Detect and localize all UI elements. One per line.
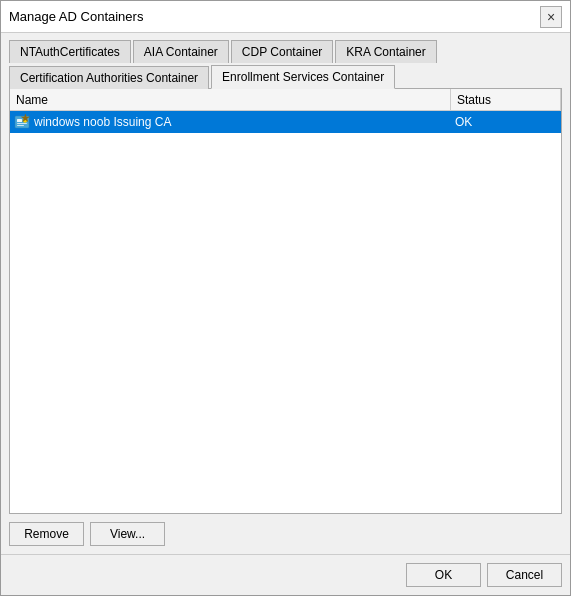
column-header-name: Name bbox=[10, 89, 451, 110]
tab-ntauth[interactable]: NTAuthCertificates bbox=[9, 40, 131, 63]
ok-button[interactable]: OK bbox=[406, 563, 481, 587]
tab-kra[interactable]: KRA Container bbox=[335, 40, 436, 63]
view-button[interactable]: View... bbox=[90, 522, 165, 546]
svg-text:★: ★ bbox=[20, 114, 31, 125]
tab-row-2: Certification Authorities Container Enro… bbox=[9, 64, 562, 88]
content-area: Name Status ★ windows noob Issuing CA bbox=[9, 88, 562, 514]
remove-button[interactable]: Remove bbox=[9, 522, 84, 546]
tab-container: NTAuthCertificates AIA Container CDP Con… bbox=[1, 33, 570, 88]
tab-cert-authorities[interactable]: Certification Authorities Container bbox=[9, 66, 209, 89]
close-button[interactable]: × bbox=[540, 6, 562, 28]
tab-enrollment[interactable]: Enrollment Services Container bbox=[211, 65, 395, 89]
list-header: Name Status bbox=[10, 89, 561, 111]
cancel-button[interactable]: Cancel bbox=[487, 563, 562, 587]
list-body: ★ windows noob Issuing CA OK bbox=[10, 111, 561, 513]
dialog-title: Manage AD Containers bbox=[9, 9, 143, 24]
table-row[interactable]: ★ windows noob Issuing CA OK bbox=[10, 111, 561, 133]
svg-rect-3 bbox=[17, 125, 24, 126]
footer: OK Cancel bbox=[1, 554, 570, 595]
tab-aia[interactable]: AIA Container bbox=[133, 40, 229, 63]
title-bar: Manage AD Containers × bbox=[1, 1, 570, 33]
action-buttons: Remove View... bbox=[1, 514, 570, 554]
row-name-text: windows noob Issuing CA bbox=[34, 115, 171, 129]
row-name-cell: ★ windows noob Issuing CA bbox=[10, 111, 451, 133]
column-header-status: Status bbox=[451, 89, 561, 110]
tab-row-1: NTAuthCertificates AIA Container CDP Con… bbox=[9, 39, 562, 62]
ca-icon: ★ bbox=[14, 114, 30, 130]
tab-cdp[interactable]: CDP Container bbox=[231, 40, 333, 63]
row-status-cell: OK bbox=[451, 111, 561, 133]
manage-ad-containers-dialog: Manage AD Containers × NTAuthCertificate… bbox=[0, 0, 571, 596]
